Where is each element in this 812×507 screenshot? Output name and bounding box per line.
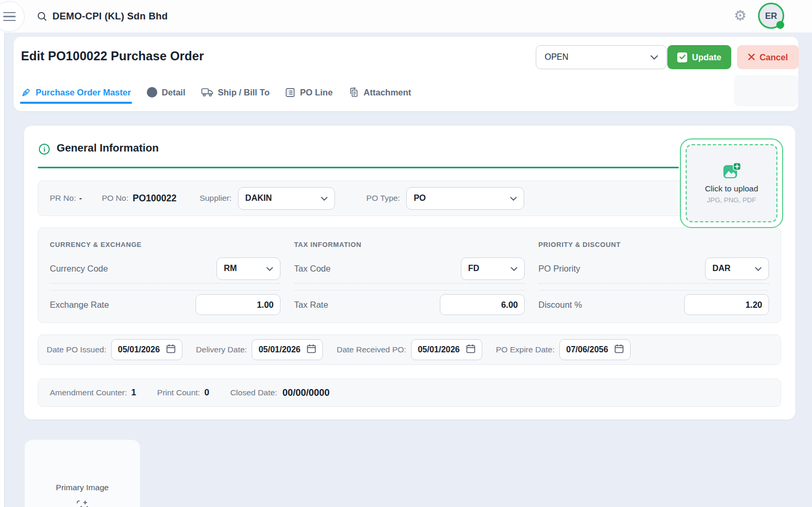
po-priority-label: PO Priority xyxy=(538,264,580,274)
tab-label: Attachment xyxy=(364,88,412,98)
po-expire-date-picker[interactable]: 07/06/2056 xyxy=(559,339,631,360)
discount-label: Discount % xyxy=(538,300,582,310)
dashed-divider xyxy=(50,283,280,284)
po-type-label: PO Type: xyxy=(366,193,400,203)
group-heading: TAX INFORMATION xyxy=(294,241,525,249)
pen-icon xyxy=(21,88,31,98)
section-title: General Information xyxy=(57,142,159,154)
date-received-po-picker[interactable]: 05/01/2026 xyxy=(411,339,482,360)
truck-icon xyxy=(201,88,213,97)
primary-image-card[interactable]: Primary Image xyxy=(24,439,140,507)
po-type-value: PO xyxy=(414,193,426,203)
supplier-value: DAKIN xyxy=(245,193,272,203)
online-status-dot xyxy=(776,21,784,29)
solid-divider xyxy=(538,290,769,290)
page-title: Edit PO100022 Purchase Order xyxy=(21,49,204,63)
image-upload-icon[interactable] xyxy=(25,500,140,507)
check-square-icon xyxy=(677,52,687,62)
po-no-label: PO No: xyxy=(102,193,128,203)
group-heading: CURRENCY & EXCHANGE xyxy=(50,241,280,249)
po-priority-select[interactable]: DAR xyxy=(705,257,769,280)
status-select[interactable]: OPEN xyxy=(536,45,667,69)
upload-formats: JPG, PNG, PDF xyxy=(707,196,756,204)
date-received-po-label: Date Received PO: xyxy=(337,345,406,354)
date-po-issued: Date PO Issued: 05/01/2026 xyxy=(47,339,182,360)
search-icon[interactable] xyxy=(37,11,48,24)
po-expire-date-label: PO Expire Date: xyxy=(496,345,555,354)
po-type-select[interactable]: PO xyxy=(406,187,524,210)
po-priority-value: DAR xyxy=(712,264,731,273)
amendment-counter-value: 1 xyxy=(131,387,136,398)
cancel-button[interactable]: Cancel xyxy=(737,45,799,69)
delivery-date-picker[interactable]: 05/01/2026 xyxy=(252,339,323,360)
user-avatar[interactable]: ER xyxy=(758,3,784,29)
close-icon xyxy=(748,52,755,62)
document-upload-dropzone[interactable]: Click to upload JPG, PNG, PDF xyxy=(680,138,783,228)
tab-ship-bill-to[interactable]: Ship / Bill To xyxy=(201,81,270,104)
tax-rate-input[interactable] xyxy=(440,294,525,315)
tab-po-line[interactable]: PO Line xyxy=(285,81,332,104)
section-underline xyxy=(38,167,679,168)
calendar-icon xyxy=(614,344,624,355)
tab-label: Ship / Bill To xyxy=(218,88,270,98)
tax-code-select[interactable]: FD xyxy=(461,257,525,280)
calendar-icon xyxy=(307,344,316,355)
exchange-rate-input[interactable] xyxy=(196,294,280,315)
update-button-label: Update xyxy=(692,52,721,62)
po-summary-panel: PR No: - PO No: PO100022 Supplier: DAKIN… xyxy=(38,180,781,216)
pr-no-value: - xyxy=(79,193,82,203)
delivery-date-label: Delivery Date: xyxy=(196,345,247,354)
avatar-initials: ER xyxy=(765,11,777,21)
cancel-button-label: Cancel xyxy=(760,52,788,62)
page-header-card: Edit PO100022 Purchase Order OPEN Update… xyxy=(14,37,798,111)
update-button[interactable]: Update xyxy=(667,45,731,69)
list-icon xyxy=(285,88,295,98)
chevron-down-icon xyxy=(321,193,328,203)
date-received-po: Date Received PO: 05/01/2026 xyxy=(337,339,482,360)
supplier-select[interactable]: DAKIN xyxy=(238,187,335,210)
primary-image-label: Primary Image xyxy=(25,483,140,492)
pr-no-label: PR No: xyxy=(50,193,76,203)
dashed-divider xyxy=(538,283,769,284)
currency-code-value: RM xyxy=(224,264,237,273)
financial-groups-panel: CURRENCY & EXCHANGE Currency Code RM Exc… xyxy=(38,228,781,323)
tab-label: Purchase Order Master xyxy=(36,88,131,98)
upload-inner-area[interactable]: Click to upload JPG, PNG, PDF xyxy=(686,144,777,222)
tax-rate-label: Tax Rate xyxy=(294,300,328,310)
dates-panel: Date PO Issued: 05/01/2026 Delivery Date… xyxy=(38,335,781,365)
group-heading: PRIORITY & DISCOUNT xyxy=(538,241,769,249)
print-count: Print Count: 0 xyxy=(157,387,209,398)
calendar-icon xyxy=(466,344,475,355)
dashed-divider xyxy=(294,283,525,284)
tab-bar: Purchase Order Master i Detail Ship / Bi… xyxy=(21,81,411,104)
tab-purchase-order-master[interactable]: Purchase Order Master xyxy=(21,81,131,104)
settings-gear-icon[interactable]: ⚙ xyxy=(734,8,746,24)
solid-divider xyxy=(50,290,280,290)
date-po-issued-label: Date PO Issued: xyxy=(47,345,106,354)
amendment-counter: Amendment Counter: 1 xyxy=(50,387,136,398)
currency-code-label: Currency Code xyxy=(50,264,108,274)
closed-date: Closed Date: 00/00/0000 xyxy=(230,387,330,398)
upload-title: Click to upload xyxy=(705,184,759,193)
date-po-issued-picker[interactable]: 05/01/2026 xyxy=(111,339,182,360)
po-expire-date: PO Expire Date: 07/06/2056 xyxy=(496,339,631,360)
solid-divider xyxy=(294,290,525,290)
status-value: OPEN xyxy=(545,52,568,62)
discount-input[interactable] xyxy=(684,294,769,315)
tab-attachment[interactable]: Attachment xyxy=(349,81,412,104)
po-no-value: PO100022 xyxy=(133,193,177,204)
currency-code-select[interactable]: RM xyxy=(216,257,280,280)
sidebar-collapsed-strip xyxy=(0,0,4,507)
tax-information-group: TAX INFORMATION Tax Code FD Tax Rate xyxy=(294,241,525,322)
pages-icon xyxy=(349,87,359,98)
counters-panel: Amendment Counter: 1 Print Count: 0 Clos… xyxy=(38,379,781,407)
print-count-value: 0 xyxy=(204,387,209,398)
tab-detail[interactable]: i Detail xyxy=(147,81,186,104)
currency-exchange-group: CURRENCY & EXCHANGE Currency Code RM Exc… xyxy=(50,241,280,322)
info-icon: i xyxy=(147,87,157,98)
header-secondary-panel xyxy=(734,75,798,106)
chevron-down-icon xyxy=(266,264,273,273)
exchange-rate-label: Exchange Rate xyxy=(50,300,109,310)
sidebar-edge-divider xyxy=(4,0,5,507)
chevron-down-icon xyxy=(755,264,762,273)
